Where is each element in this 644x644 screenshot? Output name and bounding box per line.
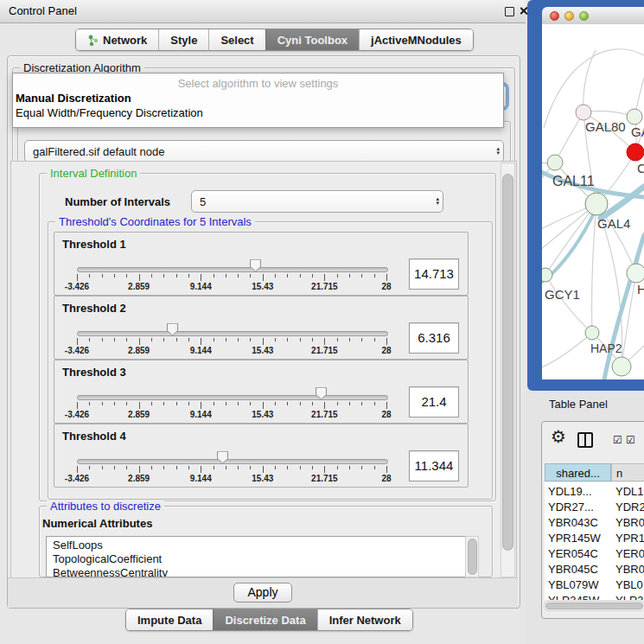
tick-mark [275, 338, 276, 341]
tick-label: 21.715 [311, 410, 338, 419]
cell-name: YDL1 [615, 485, 644, 498]
node-table[interactable]: YDL19...YDL1YDR27...YDR2YBR043CYBR0YPR14… [545, 482, 644, 600]
gear-icon[interactable]: ⚙ [551, 427, 566, 446]
network-node[interactable] [585, 193, 608, 215]
tab-infer-network[interactable]: Infer Network [317, 609, 412, 630]
cell-name: YBR0 [615, 563, 644, 576]
table-row[interactable]: YBL079WYBL0 [545, 578, 644, 594]
network-node[interactable] [585, 326, 599, 340]
tab-select[interactable]: Select [208, 29, 265, 50]
table-row[interactable]: YPR145WYPR1 [545, 532, 644, 547]
table-row[interactable]: YLR345WYLR3 [545, 594, 644, 600]
tick-mark [263, 338, 264, 345]
threshold-2-slider-thumb[interactable] [166, 322, 179, 336]
tab-cyni-toolbox[interactable]: Cyni Toolbox [265, 29, 359, 50]
float-window-icon[interactable] [505, 7, 514, 16]
threshold-2-value[interactable]: 6.316 [409, 322, 459, 354]
threshold-1-slider-thumb[interactable] [249, 258, 262, 272]
network-icon [87, 35, 99, 46]
zoom-traffic-light-icon[interactable] [579, 11, 589, 21]
tick-mark [337, 274, 338, 277]
attribute-item-selfloops[interactable]: SelfLoops [53, 539, 103, 552]
close-traffic-light-icon[interactable] [550, 11, 559, 21]
threshold-3-panel: Threshold 3-3.4262.8599.14415.4321.71528… [54, 360, 469, 424]
combo-stepper-icon[interactable]: ▴▾ [436, 197, 439, 206]
network-canvas[interactable]: GAL80GACGAL11GAL4GCY1HHAP2 [542, 24, 644, 379]
tick-mark [287, 402, 288, 405]
column-header-name[interactable]: n [611, 463, 644, 481]
number-of-intervals-combobox[interactable]: 5 ▴▾ [191, 190, 443, 213]
attribute-item-topologicalcoefficient[interactable]: TopologicalCoefficient [53, 552, 162, 566]
network-node[interactable] [547, 155, 563, 170]
network-node[interactable] [627, 109, 642, 124]
threshold-3-slider[interactable] [77, 395, 388, 400]
tick-mark [139, 466, 140, 473]
tab-network[interactable]: Network [76, 29, 158, 50]
threshold-2-slider[interactable] [77, 331, 388, 336]
network-node[interactable] [612, 357, 631, 376]
column-header-shared-name[interactable]: shared... [545, 463, 611, 481]
tick-mark [201, 402, 201, 409]
checkbox-checked-icon[interactable]: ☑ [626, 434, 635, 446]
tick-label: 21.715 [311, 346, 338, 355]
tick-mark [250, 338, 251, 341]
numerical-attributes-label: Numerical Attributes [42, 517, 152, 530]
tick-mark [386, 466, 387, 473]
network-node[interactable] [542, 268, 552, 282]
table-row[interactable]: YDL19...YDL1 [545, 485, 644, 501]
numerical-attributes-list[interactable]: SelfLoopsTopologicalCoefficientBetweenne… [46, 536, 466, 577]
table-data-combobox[interactable]: galFiltered.sif default node ▴▾ [24, 140, 504, 163]
network-node[interactable] [627, 143, 644, 161]
tick-label: 2.859 [128, 474, 150, 483]
algorithm-option-equal-width-frequency-discretization[interactable]: Equal Width/Frequency Discretization [16, 106, 203, 119]
table-row[interactable]: YBR043CYBR0 [545, 516, 644, 532]
table-row[interactable]: YBR045CYBR0 [545, 563, 644, 578]
network-node[interactable] [576, 105, 591, 120]
tick-label: 2.859 [128, 410, 150, 419]
network-node[interactable] [627, 264, 644, 283]
tab-style[interactable]: Style [158, 29, 208, 50]
attribute-item-betweennesscentrality[interactable]: BetweennessCentrality [53, 566, 168, 577]
tick-label: 21.715 [311, 282, 338, 291]
threshold-4-value[interactable]: 11.344 [409, 450, 459, 481]
tick-mark [102, 274, 103, 277]
threshold-1-value[interactable]: 14.713 [409, 258, 459, 290]
network-window-titlebar[interactable] [542, 7, 644, 25]
tab-impute-data[interactable]: Impute Data [126, 609, 213, 630]
tab-jactivemnodules[interactable]: jActiveMNodules [359, 29, 473, 50]
tab-discretize-data[interactable]: Discretize Data [213, 609, 316, 630]
tick-mark [214, 274, 214, 277]
threshold-3-slider-thumb[interactable] [315, 386, 328, 400]
split-columns-icon[interactable] [577, 432, 593, 448]
threshold-4-slider-thumb[interactable] [216, 450, 229, 464]
tick-mark [361, 466, 362, 469]
tick-mark [374, 274, 375, 277]
tick-mark [287, 338, 288, 341]
main-vertical-scrollbar[interactable] [501, 163, 515, 577]
tick-mark [250, 466, 251, 469]
table-row[interactable]: YDR27...YDR2 [545, 501, 644, 516]
number-of-intervals-label: Number of Intervals [65, 195, 170, 208]
combo-stepper-icon[interactable]: ▴▾ [496, 147, 500, 156]
tick-mark [374, 402, 375, 405]
tick-mark [349, 338, 350, 341]
threshold-1-slider[interactable] [77, 267, 388, 272]
node-label-gal4: GAL4 [597, 216, 630, 231]
tick-mark [361, 402, 362, 405]
apply-button[interactable]: Apply [233, 583, 292, 603]
tick-mark [214, 466, 214, 469]
minimize-traffic-light-icon[interactable] [564, 11, 574, 21]
tick-mark [226, 466, 226, 469]
table-row[interactable]: YER054CYER0 [545, 547, 644, 563]
cell-shared-name: YLR345W [548, 594, 599, 600]
checkbox-checked-icon[interactable]: ☑ [613, 434, 622, 446]
tick-mark [77, 338, 78, 345]
attributes-list-scrollbar[interactable] [465, 536, 479, 577]
algorithm-option-manual-discretization[interactable]: Manual Discretization [16, 92, 131, 105]
table-horizontal-scrollbar[interactable] [544, 601, 644, 611]
threshold-4-slider[interactable] [77, 459, 388, 464]
application-window: Control Panel NetworkStyleSelectCyni Too… [0, 0, 644, 644]
tick-label: 9.144 [190, 474, 212, 483]
tick-mark [89, 466, 90, 469]
threshold-3-value[interactable]: 21.4 [409, 386, 459, 418]
